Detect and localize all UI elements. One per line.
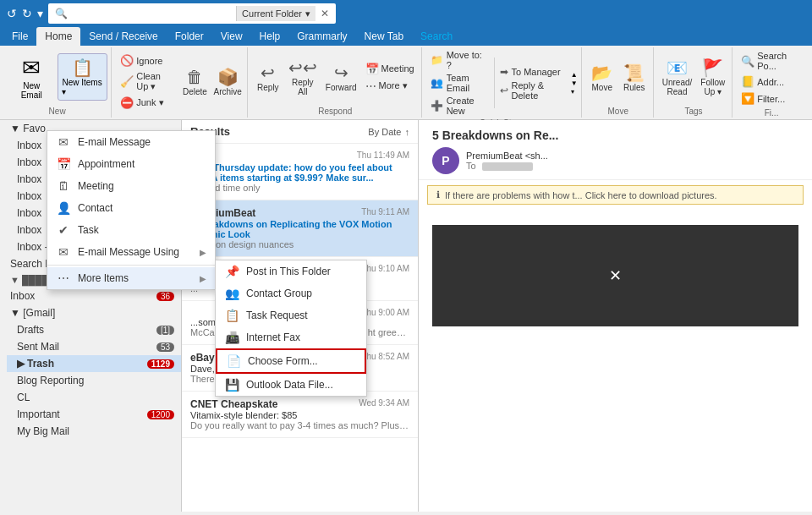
dropdown-email-message[interactable]: ✉ E-mail Message <box>47 131 215 153</box>
move-button[interactable]: 📂 Move <box>587 61 617 94</box>
contact-group-label: Contact Group <box>246 288 312 299</box>
email-item-premiumbeat[interactable]: PremiumBeat Thu 9:11 AM 5 Breakdowns on … <box>182 200 418 257</box>
dropdown-meeting[interactable]: 🗓 Meeting <box>47 175 215 197</box>
more-respond-button[interactable]: ⋯ More ▾ <box>362 78 418 94</box>
reading-pane: 5 Breakdowns on Re... P PremiumBeat <sh.… <box>419 120 812 512</box>
meeting-dd-label: Meeting <box>78 180 114 192</box>
sidebar-blog[interactable]: Blog Reporting <box>7 372 181 389</box>
forward-icon[interactable]: ↻ <box>22 7 32 20</box>
ribbon-group-tags: 📧 Unread/Read 🚩 FollowUp ▾ Tags <box>656 47 732 118</box>
search-input[interactable]: newsletter <box>73 8 231 19</box>
cleanup-icon: 🧹 <box>120 75 134 88</box>
sort-label: By Date <box>368 127 401 137</box>
back-icon[interactable]: ↺ <box>7 7 17 20</box>
sidebar-trash[interactable]: ▶ Trash 1129 <box>7 355 181 372</box>
ignore-button[interactable]: 🚫 Ignore <box>117 52 178 68</box>
submenu-choose-form[interactable]: 📄 Choose Form... <box>216 348 366 374</box>
email-time: Wed 9:34 AM <box>359 398 409 408</box>
junk-button[interactable]: ⛔ Junk ▾ <box>117 95 178 111</box>
sidebar-important[interactable]: Important 1200 <box>7 406 181 423</box>
tab-send-receive[interactable]: Send / Receive <box>80 27 166 46</box>
sort-selector[interactable]: By Date ↑ <box>368 127 409 137</box>
sidebar-sent[interactable]: Sent Mail 53 <box>7 338 181 355</box>
sidebar-inbox-main[interactable]: Inbox 36 <box>0 288 181 304</box>
tab-grammarly[interactable]: Grammarly <box>288 27 355 46</box>
submenu-post-in-folder[interactable]: 📌 Post in This Folder <box>216 260 366 282</box>
quickstep-to-manager[interactable]: ➡ To Manager <box>497 65 569 79</box>
team-email-label: Team Email <box>447 73 489 93</box>
submenu-task-request[interactable]: 📋 Task Request <box>216 304 366 326</box>
tab-home[interactable]: Home <box>36 27 80 46</box>
email-item-cnet[interactable]: CNET Cheapskate Wed 9:34 AM Vitamix-styl… <box>182 392 418 438</box>
tab-view[interactable]: View <box>212 27 251 46</box>
filter-button[interactable]: 🔽 Filter... <box>738 90 805 107</box>
forward-button[interactable]: ↪ Forward <box>322 61 360 94</box>
tab-help[interactable]: Help <box>251 27 289 46</box>
appointment-label: Appointment <box>78 158 134 170</box>
reply-label: Reply <box>257 83 279 92</box>
contact-icon: 👤 <box>56 201 71 215</box>
sidebar-mybigmail[interactable]: My Big Mail <box>7 423 181 440</box>
follow-up-button[interactable]: 🚩 FollowUp ▾ <box>697 56 728 98</box>
submenu-outlook-data-file[interactable]: 💾 Outlook Data File... <box>216 374 366 396</box>
moveto-icon: 📁 <box>431 54 443 66</box>
rules-button[interactable]: 📜 Rules <box>619 61 650 94</box>
search-people-button[interactable]: 🔍 Search Po... <box>738 49 805 73</box>
unread-read-button[interactable]: 📧 Unread/Read <box>659 56 696 98</box>
archive-button[interactable]: 📦 Archive <box>211 65 243 98</box>
sidebar-gmail[interactable]: ▼ [Gmail] <box>0 304 181 321</box>
email-item-ebay-1[interactable]: eBay Thu 11:49 AM Your Thursday update: … <box>182 144 418 200</box>
reading-header: 5 Breakdowns on Re... P PremiumBeat <sh.… <box>419 120 812 180</box>
submenu-internet-fax[interactable]: 📠 Internet Fax <box>216 326 366 348</box>
reply-delete-label: Reply & Delete <box>512 80 566 101</box>
quicksteps-expand[interactable]: ▾ <box>571 88 578 96</box>
tab-new-tab[interactable]: New Tab <box>356 27 412 46</box>
search-scope-selector[interactable]: Current Folder ▾ <box>236 6 315 21</box>
reply-all-button[interactable]: ↩↩ ReplyAll <box>285 56 321 98</box>
reading-title: 5 Breakdowns on Re... <box>432 129 798 142</box>
tab-folder[interactable]: Folder <box>167 27 212 46</box>
new-items-button[interactable]: 📋 New Items ▾ <box>58 53 107 101</box>
meeting-button[interactable]: 📅 Meeting <box>362 61 418 77</box>
dropdown-appointment[interactable]: 📅 Appointment <box>47 153 215 175</box>
quicksteps-scroll-up[interactable]: ▲ <box>571 71 578 79</box>
dropdown-task[interactable]: ✔ Task <box>47 219 215 241</box>
rules-icon: 📜 <box>623 63 645 83</box>
reply-icon: ↩ <box>261 63 275 83</box>
search-clear-button[interactable]: ✕ <box>321 8 329 19</box>
new-group-label: New <box>49 105 66 116</box>
quicksteps-scroll-down[interactable]: ▼ <box>571 79 578 87</box>
post-label: Post in This Folder <box>246 266 331 277</box>
sidebar-drafts[interactable]: Drafts [1] <box>7 321 181 338</box>
quickstep-reply-delete[interactable]: ↩ Reply & Delete <box>497 79 569 101</box>
delete-label: Delete <box>183 87 207 96</box>
forward-icon: ↪ <box>334 63 348 83</box>
address-button[interactable]: 📒 Addr... <box>738 74 805 90</box>
fax-label: Internet Fax <box>246 331 300 343</box>
ignore-label: Ignore <box>136 56 162 66</box>
sidebar-cl[interactable]: CL <box>7 389 181 406</box>
email-msg-label: E-mail Message <box>78 136 151 148</box>
submenu-contact-group[interactable]: 👥 Contact Group <box>216 282 366 304</box>
menu-icon[interactable]: ▾ <box>37 7 43 20</box>
new-email-button[interactable]: ✉ New Email <box>7 52 56 103</box>
dropdown-email-using[interactable]: ✉ E-mail Message Using ▶ <box>47 241 215 263</box>
sender-info: PremiumBeat <sh... To <box>466 151 548 171</box>
quickstep-move-to[interactable]: 📁 Move to: ? <box>427 49 492 71</box>
to-recipient-redacted <box>482 162 533 171</box>
tab-search[interactable]: Search <box>412 27 461 46</box>
dropdown-more-items[interactable]: ⋯ More Items ▶ <box>47 267 215 289</box>
info-bar[interactable]: ℹ If there are problems with how t... Cl… <box>427 185 804 205</box>
cleanup-button[interactable]: 🧹 Clean Up ▾ <box>117 69 178 94</box>
quickstep-create-new[interactable]: ➕ Create New <box>427 95 492 117</box>
dropdown-contact[interactable]: 👤 Contact <box>47 197 215 219</box>
fax-icon: 📠 <box>224 331 239 344</box>
quickstep-team-email[interactable]: 👥 Team Email <box>427 72 492 94</box>
delete-button[interactable]: 🗑 Delete <box>179 66 210 98</box>
tab-file[interactable]: File <box>3 27 36 46</box>
to-manager-label: To Manager <box>512 67 561 77</box>
email-time: Thu 9:00 AM <box>361 308 409 317</box>
inbox-count-badge: 36 <box>156 292 174 301</box>
reply-button[interactable]: ↩ Reply <box>253 61 283 94</box>
followup-icon: 🚩 <box>702 58 723 78</box>
